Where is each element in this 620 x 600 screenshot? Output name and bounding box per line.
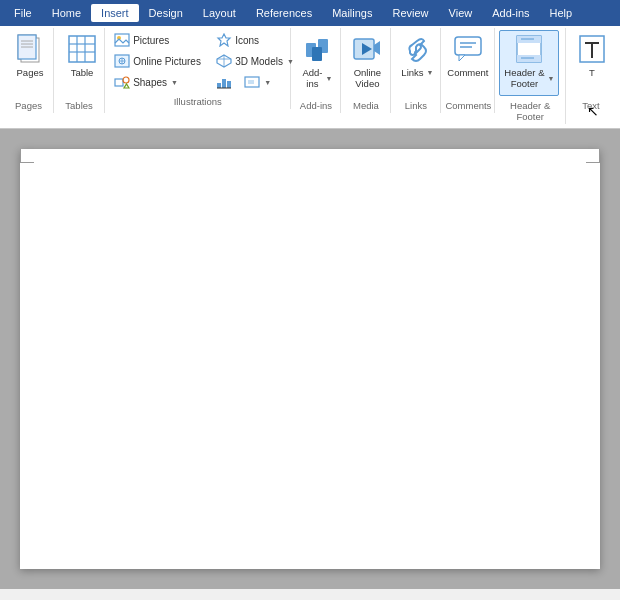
svg-rect-32 [312,47,322,61]
menu-item-addins[interactable]: Add-ins [482,4,539,22]
video-icon [351,33,383,65]
ribbon: Pages Pages T [0,26,620,129]
pictures-icon [114,32,130,48]
svg-marker-34 [374,41,380,55]
online-pictures-button[interactable]: Online Pictures [109,51,209,71]
addins-label: Add-ins [302,67,322,90]
text-button[interactable]: T [570,30,614,96]
online-pictures-icon [114,53,130,69]
svg-marker-20 [218,34,230,46]
shapes-button[interactable]: Shapes ▼ [109,72,209,92]
shapes-icon [114,74,130,90]
shapes-dropdown-arrow: ▼ [171,79,178,86]
links-group-label: Links [395,98,436,111]
ribbon-group-comments: Comment Comments [441,28,495,113]
text-label: T [589,67,595,78]
pictures-button[interactable]: Pictures [109,30,209,50]
menu-item-references[interactable]: References [246,4,322,22]
links-label: Links [401,67,423,78]
ribbon-group-links: Links ▼ Links [391,28,441,113]
online-pictures-label: Online Pictures [133,56,201,67]
addins-button[interactable]: Add-ins ▼ [295,30,339,96]
shapes-label: Shapes [133,77,167,88]
menu-item-file[interactable]: File [4,4,42,22]
comment-button[interactable]: Comment [445,30,490,96]
text-group-label: Text [570,98,612,111]
document-page[interactable] [20,149,600,569]
svg-rect-11 [115,34,129,46]
pages-group-label: Pages [8,98,49,111]
pages-button[interactable]: Pages [8,30,52,96]
svg-point-18 [123,77,129,83]
comment-icon [452,33,484,65]
addins-dropdown-arrow: ▼ [325,75,332,82]
3d-models-icon [216,53,232,69]
pages-label: Pages [17,67,44,78]
table-icon [66,33,98,65]
chart-icon [216,74,232,90]
pictures-label: Pictures [133,35,169,46]
menu-item-home[interactable]: Home [42,4,91,22]
chart-button[interactable] [211,72,237,92]
online-video-label: OnlineVideo [354,67,381,90]
page-corner-top-right [586,149,600,163]
svg-rect-25 [222,79,226,88]
links-button[interactable]: Links ▼ [395,30,439,96]
screenshot-button[interactable]: ▼ [239,72,276,92]
header-footer-label: Header &Footer [504,67,544,90]
header-footer-icon [513,33,545,65]
header-footer-dropdown-arrow: ▼ [547,75,554,82]
ribbon-group-text: T Text [566,28,616,113]
addins-icon [301,33,333,65]
ribbon-group-media: OnlineVideo Media [341,28,391,113]
ribbon-group-pages: Pages Pages [4,28,54,113]
menu-item-insert[interactable]: Insert [91,4,139,22]
addins-group-label: Add-ins [295,98,336,111]
links-icon [401,33,433,65]
header-footer-button[interactable]: Header &Footer ▼ [499,30,559,96]
3d-models-label: 3D Models [235,56,283,67]
ribbon-group-illustrations: Pictures Online Pictures [105,28,291,109]
page-corner-top-left [20,149,34,163]
media-group-label: Media [345,98,386,111]
menu-item-layout[interactable]: Layout [193,4,246,22]
svg-rect-29 [248,80,254,84]
document-area [0,129,620,589]
svg-marker-37 [459,55,465,61]
svg-rect-36 [455,37,481,55]
table-button[interactable]: Table [58,30,106,96]
ribbon-group-header-footer: Header &Footer ▼ Header & Footer [495,28,566,124]
svg-rect-17 [115,79,123,86]
comments-group-label: Comments [445,98,490,111]
illustrations-group-label: Illustrations [109,94,286,107]
screenshot-dropdown-arrow: ▼ [264,79,271,86]
menu-item-view[interactable]: View [439,4,483,22]
links-dropdown-arrow: ▼ [427,69,434,76]
menu-item-design[interactable]: Design [139,4,193,22]
svg-rect-26 [227,81,231,88]
text-icon [576,33,608,65]
pages-icon [14,33,46,65]
icons-label: Icons [235,35,259,46]
comment-label: Comment [447,67,488,78]
menu-bar: File Home Insert Design Layout Reference… [0,0,620,26]
table-label: Table [71,67,94,78]
menu-item-mailings[interactable]: Mailings [322,4,382,22]
svg-rect-24 [217,83,221,88]
menu-item-help[interactable]: Help [540,4,583,22]
menu-item-review[interactable]: Review [383,4,439,22]
ribbon-group-tables: Table Tables [54,28,105,113]
svg-rect-6 [69,36,95,62]
tables-group-label: Tables [58,98,100,111]
online-video-button[interactable]: OnlineVideo [345,30,389,96]
header-footer-group-label: Header & Footer [499,98,561,122]
screenshot-icon [244,74,260,90]
ribbon-group-addins: Add-ins ▼ Add-ins [291,28,341,113]
icons-icon [216,32,232,48]
svg-marker-19 [124,84,129,88]
